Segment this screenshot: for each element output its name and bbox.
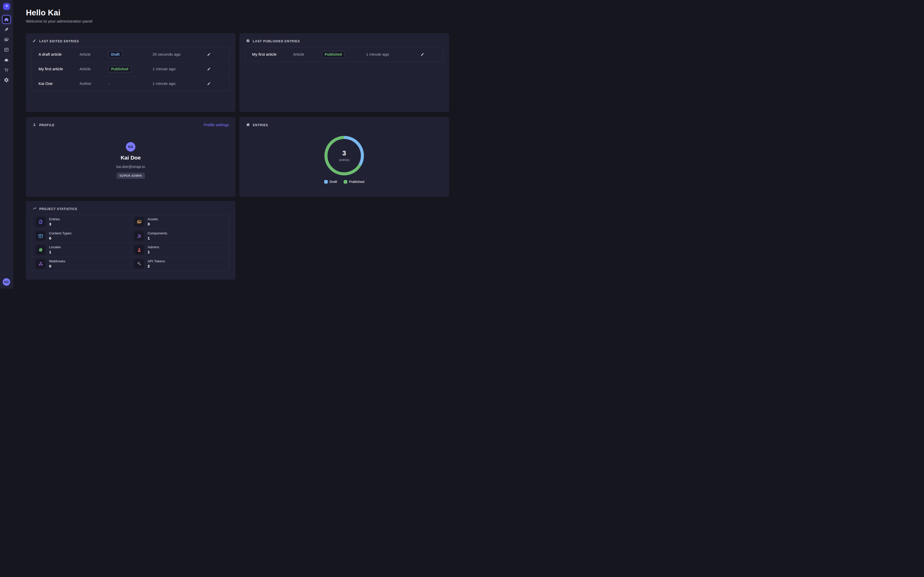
- last-edited-table: A draft articleArticleDraft20 seconds ag…: [32, 47, 230, 91]
- sidebar-item-home[interactable]: [2, 15, 11, 24]
- strapi-logo[interactable]: [3, 3, 10, 10]
- stat-label: Locales: [49, 245, 61, 250]
- status-badge: Draft: [108, 51, 123, 58]
- table-row: Kai DoeAuthor-1 minute ago: [32, 76, 229, 91]
- content-types-icon: [36, 231, 45, 241]
- entries-total-label: entries: [339, 158, 350, 162]
- sidebar-item-settings[interactable]: [2, 76, 11, 84]
- stat-label: Admins: [148, 245, 159, 250]
- entry-status-cell: Published: [108, 66, 152, 73]
- profile-settings-link[interactable]: Profile settings: [204, 122, 229, 127]
- stat-label: Webhooks: [49, 259, 65, 264]
- sidebar-item-media-library[interactable]: [2, 35, 11, 44]
- stat-value: 3: [49, 222, 60, 226]
- stat-cell-locales: Locales1: [32, 243, 131, 257]
- profile-avatar: KD: [126, 142, 136, 152]
- stat-text: Assets0: [148, 217, 158, 226]
- edit-entry-button[interactable]: [201, 82, 216, 85]
- sidebar-bottom-divider: [0, 275, 13, 275]
- profile-email: kai.doe@strapi.io: [26, 164, 235, 169]
- edit-entry-button[interactable]: [201, 52, 216, 56]
- last-edited-entries-card: LAST EDITED ENTRIES A draft articleArtic…: [26, 33, 235, 112]
- entry-name: My first article: [252, 52, 293, 57]
- gear-icon: [4, 77, 9, 82]
- card-title: LAST PUBLISHED ENTRIES: [253, 39, 300, 43]
- stat-text: Webhooks0: [49, 259, 65, 269]
- trend-up-icon: [32, 206, 36, 211]
- table-row: My first articleArticlePublished1 minute…: [32, 62, 229, 76]
- entry-timestamp: 1 minute ago: [366, 52, 415, 57]
- entry-timestamp: 1 minute ago: [152, 81, 201, 86]
- card-header: LAST PUBLISHED ENTRIES: [246, 39, 300, 44]
- components-icon: [134, 231, 144, 241]
- card-header: ENTRIES: [246, 122, 268, 128]
- stat-cell-webhooks: Webhooks0: [32, 257, 131, 271]
- puzzle-icon: [246, 122, 250, 128]
- entry-status-cell: Published: [322, 51, 366, 58]
- feather-icon: [4, 27, 9, 32]
- stat-cell-components: Components1: [131, 229, 229, 243]
- stat-cell-assets: Assets0: [131, 215, 229, 229]
- sidebar-item-content-type-builder[interactable]: [2, 45, 11, 54]
- card-title: LAST EDITED ENTRIES: [39, 39, 79, 43]
- table-row: A draft articleArticleDraft20 seconds ag…: [32, 47, 229, 62]
- stat-cell-admins: Admins1: [131, 243, 229, 257]
- table-row: My first articleArticlePublished1 minute…: [246, 47, 443, 62]
- sidebar-nav: [0, 15, 13, 86]
- stat-value: 6: [49, 236, 72, 240]
- entry-name: My first article: [39, 67, 79, 71]
- stat-text: Components1: [148, 231, 167, 240]
- sidebar-divider: [0, 12, 13, 13]
- entry-timestamp: 20 seconds ago: [152, 52, 201, 57]
- assets-icon: [134, 217, 144, 227]
- stat-text: Content-Types6: [49, 231, 72, 240]
- stat-cell-api-tokens: API Tokens2: [131, 257, 229, 271]
- legend-item-draft: Draft: [324, 180, 337, 184]
- legend-item-published: Published: [344, 180, 364, 184]
- entry-status-cell: Draft: [108, 51, 152, 58]
- card-title: ENTRIES: [253, 123, 268, 127]
- donut-center: 3 entries: [322, 134, 366, 177]
- entry-timestamp: 1 minute ago: [152, 67, 201, 71]
- main-content: Hello Kai Welcome to your administration…: [13, 0, 462, 288]
- stat-value: 2: [148, 264, 165, 269]
- stat-label: Content-Types: [49, 231, 72, 236]
- project-statistics-card: PROJECT STATISTICS Entries3Assets0Conten…: [26, 201, 235, 279]
- stat-label: Assets: [148, 217, 158, 222]
- check-circle-icon: [246, 39, 250, 44]
- card-header: PROJECT STATISTICS: [32, 206, 77, 211]
- legend-label: Draft: [330, 180, 337, 184]
- stat-value: 1: [49, 250, 61, 255]
- sidebar-item-content-manager[interactable]: [2, 25, 11, 34]
- entries-donut-chart: 3 entries: [322, 134, 366, 177]
- strapi-dashboard: KD Hello Kai Welcome to your administrat…: [0, 0, 462, 288]
- stat-label: API Tokens: [148, 259, 165, 264]
- entry-type: Author: [79, 81, 108, 86]
- stat-cell-entries: Entries3: [32, 215, 131, 229]
- user-avatar[interactable]: KD: [3, 278, 10, 286]
- stat-text: Admins1: [148, 245, 159, 255]
- profile-name: Kai Doe: [26, 155, 235, 161]
- stat-label: Components: [148, 231, 167, 236]
- strapi-logo-icon: [5, 4, 8, 9]
- page-subtitle: Welcome to your administration panel: [26, 19, 92, 24]
- entry-type: Article: [79, 52, 108, 57]
- locales-icon: [36, 245, 45, 255]
- legend-color-chip: [344, 180, 347, 184]
- last-published-table: My first articleArticlePublished1 minute…: [245, 47, 443, 62]
- entry-status: -: [108, 81, 152, 86]
- cart-icon: [4, 68, 9, 73]
- entries-card: ENTRIES 3 entries DraftPublished: [239, 117, 449, 197]
- edit-entry-button[interactable]: [415, 52, 430, 56]
- edit-entry-button[interactable]: [201, 67, 216, 71]
- chart-legend: DraftPublished: [240, 180, 449, 184]
- stat-value: 0: [148, 222, 158, 226]
- sidebar-item-marketplace[interactable]: [2, 66, 11, 74]
- entries-icon: [36, 217, 45, 227]
- card-title: PROFILE: [39, 123, 55, 127]
- sidebar-item-cloud[interactable]: [2, 56, 11, 64]
- entry-name: Kai Doe: [39, 81, 79, 86]
- legend-label: Published: [349, 180, 364, 184]
- stat-value: 1: [148, 250, 159, 255]
- pencil-icon: [32, 39, 36, 44]
